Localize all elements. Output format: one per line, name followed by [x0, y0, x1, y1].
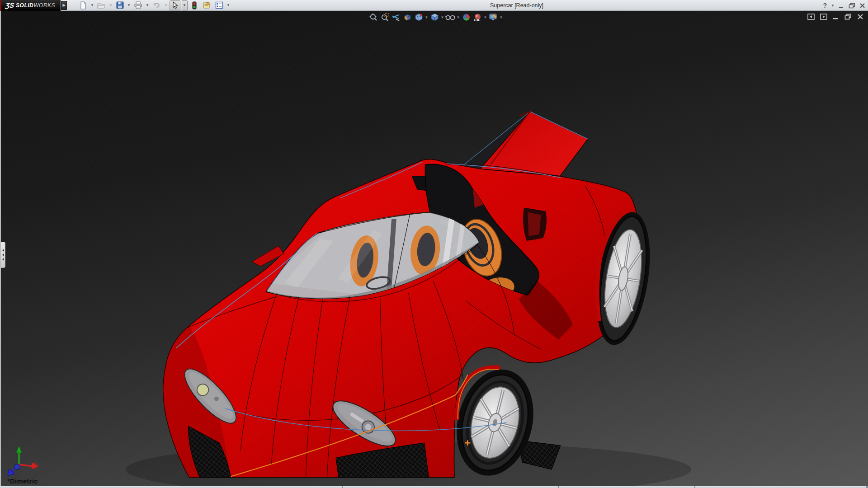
help-button[interactable]: ? [823, 2, 827, 9]
toolbar-flyout-button[interactable]: ▶ [61, 1, 67, 10]
pane-right-icon[interactable] [820, 14, 827, 20]
print-icon [134, 1, 142, 9]
section-view-button[interactable] [402, 12, 413, 22]
zoom-to-area-icon [381, 13, 389, 22]
app-titlebar: ƷS SOLIDWORKS ▶ ▼ ▼ ▼ [0, 0, 868, 11]
print-button[interactable] [132, 0, 144, 10]
logo-red-sliver [0, 0, 1, 11]
options-dropdown-caret[interactable]: ▼ [226, 3, 231, 7]
logo-text-bold: SOLID [16, 2, 33, 9]
rebuild-button[interactable] [189, 0, 200, 10]
display-style-button[interactable] [429, 12, 440, 22]
logo-text-light: WORKS [33, 2, 55, 9]
undo-icon [152, 1, 161, 9]
close-button[interactable] [859, 3, 865, 9]
bottom-bar-segment[interactable] [0, 486, 342, 488]
app-window-controls: ? ▼ [823, 0, 865, 11]
doc-close-button[interactable] [857, 14, 863, 20]
undo-dropdown-caret[interactable]: ▼ [164, 3, 168, 7]
graphics-viewport[interactable]: ▼ ▼ ▼ [0, 11, 868, 486]
help-dropdown-caret[interactable]: ▼ [831, 4, 835, 8]
collapse-arrow-icon [2, 258, 4, 261]
view-orientation-label: *Dimetric [7, 477, 38, 485]
previous-view-icon [392, 13, 401, 22]
collapse-arrow-icon [2, 253, 4, 256]
new-document-button[interactable] [78, 0, 89, 10]
bottom-bar-segment[interactable] [559, 486, 694, 488]
rebuild-traffic-light-icon [192, 1, 197, 9]
open-button[interactable] [96, 0, 107, 10]
new-dropdown-caret[interactable]: ▼ [90, 3, 94, 7]
bottom-bar-segment[interactable] [695, 486, 866, 488]
options-icon [215, 1, 223, 9]
options-button[interactable] [214, 0, 225, 10]
bottom-bar-segment[interactable] [343, 486, 558, 488]
edit-appearance-icon [462, 13, 471, 22]
section-view-icon [403, 13, 412, 22]
view-settings-icon [489, 13, 498, 21]
save-icon [116, 1, 124, 9]
apply-scene-caret[interactable]: ▼ [483, 15, 487, 19]
select-tool-button[interactable] [170, 0, 180, 10]
document-window-controls [807, 14, 863, 20]
display-style-icon [430, 13, 439, 22]
logo-ds-glyph: ƷS [5, 1, 15, 9]
view-orientation-icon [415, 13, 423, 22]
zoom-to-fit-icon [369, 13, 378, 22]
new-document-icon [79, 1, 87, 9]
view-orientation-caret[interactable]: ▼ [425, 15, 429, 19]
doc-minimize-button[interactable] [833, 14, 839, 20]
open-icon [97, 2, 106, 9]
view-settings-caret[interactable]: ▼ [499, 15, 503, 19]
restore-button[interactable] [849, 3, 855, 9]
heads-up-view-toolbar: ▼ ▼ ▼ [368, 12, 503, 22]
side-intake [524, 208, 547, 240]
zoom-to-fit-button[interactable] [368, 12, 379, 22]
view-orientation-button[interactable] [413, 12, 424, 22]
save-dropdown-caret[interactable]: ▼ [127, 3, 131, 7]
apply-scene-button[interactable] [472, 12, 483, 22]
bottom-bar-sliver[interactable] [0, 486, 868, 488]
minimize-button[interactable] [839, 3, 844, 9]
hide-show-items-caret[interactable]: ▼ [456, 15, 460, 19]
save-button[interactable] [114, 0, 125, 10]
print-dropdown-caret[interactable]: ▼ [145, 3, 150, 7]
zoom-to-area-button[interactable] [379, 12, 390, 22]
hide-show-items-icon [445, 13, 455, 21]
window-title: Supercar [Read-only] [490, 2, 543, 9]
doc-restore-button[interactable] [844, 14, 852, 20]
undo-button[interactable] [151, 0, 162, 10]
supercar-3d-model[interactable] [1, 11, 868, 486]
previous-view-button[interactable] [391, 12, 401, 22]
pane-left-icon[interactable] [807, 14, 815, 20]
select-dropdown-caret[interactable]: ▼ [182, 0, 188, 10]
collapse-arrow-icon [2, 249, 4, 252]
select-cursor-icon [172, 1, 179, 9]
file-properties-button[interactable] [201, 0, 212, 10]
edit-appearance-button[interactable] [461, 12, 472, 22]
display-style-caret[interactable]: ▼ [440, 15, 444, 19]
open-dropdown-caret[interactable]: ▼ [108, 3, 113, 7]
solidworks-logo: ƷS SOLIDWORKS [0, 0, 61, 11]
feature-tree-collapsed-tab[interactable] [1, 242, 5, 268]
main-toolbar: ▼ ▼ ▼ ▼ [78, 0, 231, 10]
file-properties-icon [203, 1, 211, 9]
hide-show-items-button[interactable] [445, 12, 456, 22]
apply-scene-icon [473, 13, 482, 22]
view-settings-button[interactable] [488, 12, 499, 22]
